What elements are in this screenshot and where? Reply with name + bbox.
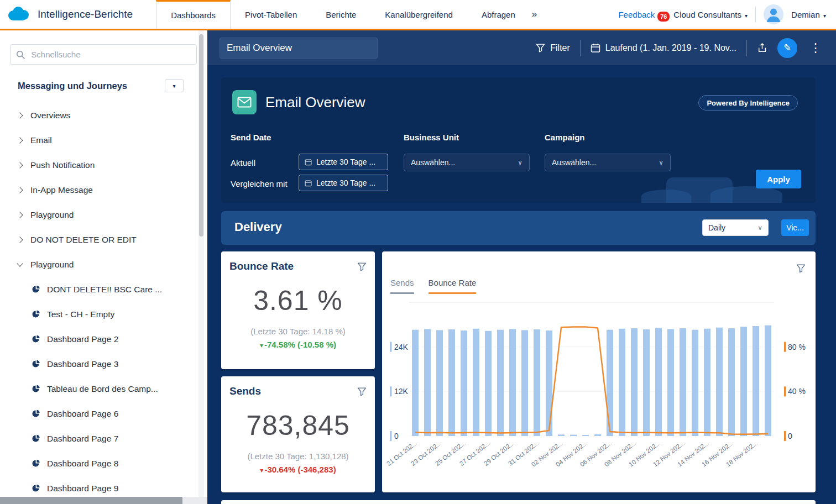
user-menu[interactable]: Demian ▾ xyxy=(791,10,826,19)
kpi-title: Bounce Rate xyxy=(229,260,294,272)
granularity-select[interactable]: Daily ∨ xyxy=(702,219,769,236)
current-date-range-select[interactable]: Letzte 30 Tage ... xyxy=(299,154,388,170)
funnel-icon xyxy=(357,262,367,271)
trend-down-icon: ▾ xyxy=(260,342,263,349)
campaign-select[interactable]: Auswählen... ∨ xyxy=(545,154,671,171)
search-input[interactable] xyxy=(30,49,191,60)
sidebar-page-label: Test - CH - Empty xyxy=(47,309,114,319)
svg-text:12K: 12K xyxy=(394,387,409,396)
pencil-icon: ✎ xyxy=(783,42,791,54)
chevron-right-icon xyxy=(17,162,23,168)
sidebar-scrollbar-thumb[interactable] xyxy=(199,34,203,237)
svg-text:0: 0 xyxy=(788,432,792,440)
view-button[interactable]: Vie... xyxy=(781,219,809,236)
account-switcher[interactable]: Cloud Consultants ▾ xyxy=(673,10,748,19)
chevron-down-icon: ∨ xyxy=(518,159,522,166)
app-title: Intelligence-Berichte xyxy=(38,8,133,20)
sidebar-page-dashboard-6[interactable]: Dashboard Page 6 xyxy=(0,401,198,426)
tab-reports[interactable]: Berichte xyxy=(311,0,370,29)
business-unit-select[interactable]: Auswählen... ∨ xyxy=(404,154,530,171)
dashboard-page-icon xyxy=(32,285,40,293)
sends-kpi-card: Sends 783,845 (Letzte 30 Tage: 1,130,128… xyxy=(221,376,375,492)
user-avatar[interactable] xyxy=(764,4,783,24)
sidebar-page-label: DONT DELETE!! BSC Care ... xyxy=(47,285,162,295)
salesforce-cloud-logo-icon xyxy=(6,6,31,23)
sidebar-page-test-ch-empty[interactable]: Test - CH - Empty xyxy=(0,302,198,327)
dashboard-page-icon xyxy=(32,310,40,318)
kpi-delta-value: -30.64% (-346,283) xyxy=(264,465,336,474)
export-button[interactable] xyxy=(757,43,767,53)
tab-queries[interactable]: Abfragen xyxy=(467,0,530,29)
sidebar-page-dashboard-7[interactable]: Dashboard Page 7 xyxy=(0,426,198,451)
sidebar-item-overviews[interactable]: Overviews xyxy=(0,103,198,128)
sidebar-item-label: In-App Message xyxy=(30,185,93,195)
sidebar-item-email[interactable]: Email xyxy=(0,128,198,153)
sidebar-page-label: Dashboard Page 9 xyxy=(47,484,118,494)
sidebar-hscrollbar-track[interactable] xyxy=(0,497,207,504)
sidebar-page-dont-delete-bsc[interactable]: DONT DELETE!! BSC Care ... xyxy=(0,277,198,302)
nav-tabs: Dashboards Pivot-Tabellen Berichte Kanal… xyxy=(156,0,530,29)
kpi-period-note: (Letzte 30 Tage: 14.18 %) xyxy=(221,327,375,336)
toolbar-divider xyxy=(746,40,747,56)
nav-right-group: Feedback 76 Cloud Consultants ▾ Demian ▾ xyxy=(618,4,836,24)
dashboard-page-icon xyxy=(32,484,40,492)
workspace-dropdown-button[interactable]: ▾ xyxy=(165,79,184,92)
sidebar-page-label: Dashboard Page 8 xyxy=(47,459,118,469)
feedback-link[interactable]: Feedback xyxy=(618,10,655,19)
sidebar-item-do-not-delete[interactable]: DO NOT DELETE OR EDIT xyxy=(0,227,198,252)
filter-label: Filter xyxy=(550,43,570,53)
chevron-right-icon xyxy=(17,187,23,193)
chevron-right-icon xyxy=(17,137,23,143)
sidebar-item-playground-1[interactable]: Playground xyxy=(0,202,198,227)
tab-pivot-tables[interactable]: Pivot-Tabellen xyxy=(231,0,311,29)
more-tabs-icon[interactable]: » xyxy=(532,9,537,20)
sidebar-hscrollbar-thumb[interactable] xyxy=(0,497,182,504)
sidebar-item-in-app-message[interactable]: In-App Message xyxy=(0,177,198,202)
workspace-title: Messaging und Journeys xyxy=(18,81,127,91)
bounce-rate-kpi-card: Bounce Rate 3.61 % (Letzte 30 Tage: 14.1… xyxy=(221,251,375,369)
dashboard-title-field[interactable]: Email Overview xyxy=(220,38,378,59)
svg-text:80 %: 80 % xyxy=(788,343,806,351)
sidebar-item-label: Push Notification xyxy=(30,160,95,170)
sidebar-page-label: Dashboard Page 7 xyxy=(47,434,118,444)
chevron-right-icon xyxy=(17,112,23,118)
dashboard-page-icon xyxy=(32,335,40,343)
sidebar-scrollbar-track[interactable] xyxy=(198,30,204,497)
delivery-section-header: Delivery Daily ∨ Vie... xyxy=(221,211,816,245)
sidebar-item-playground-expanded[interactable]: Playground xyxy=(0,252,198,277)
compare-date-range-select[interactable]: Letzte 30 Tage ... xyxy=(299,175,388,191)
sidebar-page-dashboard-2[interactable]: Dashboard Page 2 xyxy=(0,327,198,351)
dashboard-toolbar: Email Overview Filter Laufend (1. Jan. 2… xyxy=(207,30,836,65)
date-range-button[interactable]: Laufend (1. Jan. 2019 - 19. Nov... xyxy=(591,43,736,53)
dashboard-content: Email Overview Powered By Intelligence S… xyxy=(221,65,816,504)
current-date-range-value: Letzte 30 Tage ... xyxy=(316,158,375,166)
chevron-right-icon xyxy=(17,212,23,218)
overview-card-title: Email Overview xyxy=(265,94,365,111)
workspace-section: Messaging und Journeys ▾ xyxy=(18,79,184,92)
apply-button[interactable]: Apply xyxy=(756,170,801,188)
email-overview-card: Email Overview Powered By Intelligence S… xyxy=(221,77,816,203)
sidebar-item-push-notification[interactable]: Push Notification xyxy=(0,153,198,177)
delivery-chart-svg[interactable]: 012K24K040 %80 %21 Oct 202...23 Oct 202.… xyxy=(382,251,816,492)
kpi-value: 783,845 xyxy=(221,410,375,442)
kpi-delta: ▾-74.58% (-10.58 %) xyxy=(221,340,375,349)
sidebar-item-label: Email xyxy=(30,135,52,145)
sidebar-search[interactable] xyxy=(10,44,197,65)
filter-button[interactable]: Filter xyxy=(536,43,570,53)
overflow-menu-button[interactable]: ⋮ xyxy=(807,41,824,55)
tab-dashboards[interactable]: Dashboards xyxy=(156,0,231,29)
current-label: Aktuell xyxy=(231,158,255,167)
kpi-filter-button[interactable] xyxy=(357,387,367,396)
kpi-filter-button[interactable] xyxy=(357,262,367,271)
edit-dashboard-button[interactable]: ✎ xyxy=(777,38,797,58)
funnel-icon xyxy=(536,43,545,53)
kpi-period-note: (Letzte 30 Tage: 1,130,128) xyxy=(221,452,375,461)
sidebar-page-tableau[interactable]: Tableau de Bord des Camp... xyxy=(0,376,198,401)
compare-label: Vergleichen mit xyxy=(231,179,288,188)
sidebar-page-dashboard-3[interactable]: Dashboard Page 3 xyxy=(0,351,198,376)
svg-text:0: 0 xyxy=(394,432,399,440)
sidebar-page-dashboard-8[interactable]: Dashboard Page 8 xyxy=(0,451,198,476)
kpi-delta-value: -74.58% (-10.58 %) xyxy=(264,340,336,349)
tab-cross-channel[interactable]: Kanalübergreifend xyxy=(370,0,467,29)
chevron-down-icon: ▾ xyxy=(745,13,748,19)
